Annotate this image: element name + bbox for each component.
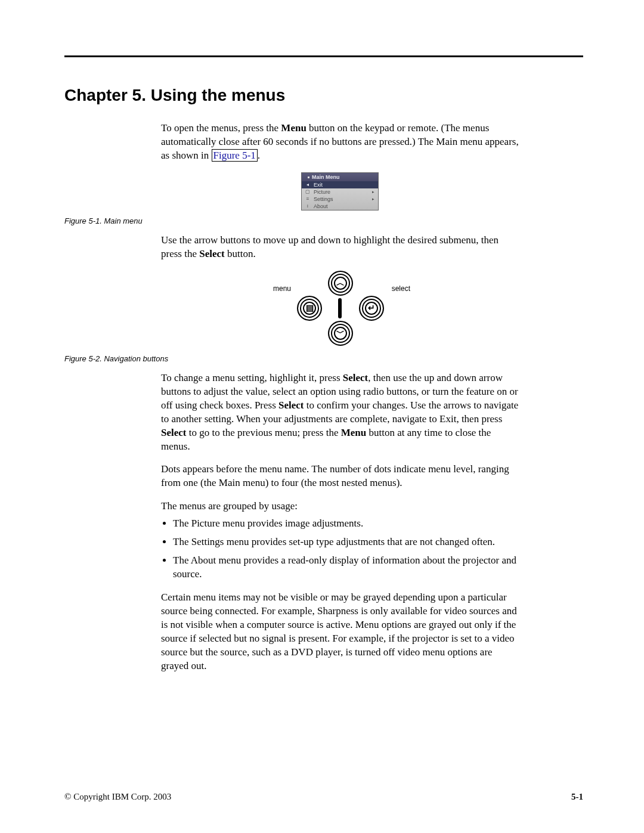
figure-5-2-navigation-buttons: menu select ︿ ▤ ↵ ﹀: [280, 271, 400, 348]
label-menu: menu: [273, 284, 291, 293]
bold-menu: Menu: [341, 427, 367, 438]
up-arrow-button: ︿: [328, 271, 353, 296]
bold-select: Select: [161, 427, 186, 438]
page-number: 5-1: [571, 792, 583, 802]
menu-title: Main Menu: [312, 174, 340, 180]
chevron-down-icon: ﹀: [336, 327, 345, 339]
text: .: [258, 150, 260, 161]
menu-item-picture: ▢ Picture ▸: [302, 188, 378, 196]
text: to go to the previous menu; press the: [186, 427, 340, 438]
menu-item-settings: ≡ Settings ▸: [302, 196, 378, 203]
chevron-up-icon: ︿: [336, 277, 345, 289]
select-button: ↵: [359, 296, 384, 321]
bold-menu: Menu: [281, 122, 306, 134]
paragraph-certain-items: Certain menu items may not be visible or…: [161, 591, 519, 673]
submenu-arrow-icon: ▸: [370, 189, 376, 194]
bold-select: Select: [199, 248, 224, 259]
bold-select: Select: [278, 400, 304, 411]
submenu-arrow-icon: ▸: [370, 196, 376, 202]
menu-icon: ▤: [306, 302, 314, 314]
menu-button: ▤: [297, 296, 322, 321]
list-item: The Settings menu provides set-up type a…: [173, 535, 519, 549]
center-bar-icon: [338, 298, 342, 318]
paragraph-intro: To open the menus, press the Menu button…: [161, 122, 519, 163]
enter-icon: ↵: [368, 302, 375, 314]
figure-5-2-caption: Figure 5-2. Navigation buttons: [64, 354, 583, 363]
exit-icon: ◂: [304, 182, 312, 188]
paragraph-dots: Dots appears before the menu name. The n…: [161, 463, 519, 490]
list-item: The About menu provides a read-only disp…: [173, 554, 519, 581]
paragraph-grouped: The menus are grouped by usage:: [161, 500, 519, 513]
label-select: select: [392, 284, 410, 293]
bold-select: Select: [343, 372, 368, 383]
text: To open the menus, press the: [161, 122, 281, 134]
dot-icon: [308, 176, 309, 178]
chapter-title: Chapter 5. Using the menus: [64, 86, 583, 105]
menu-item-label: About: [312, 203, 370, 210]
top-rule: [64, 55, 583, 57]
menu-item-exit: ◂ Exit: [302, 181, 378, 188]
menu-title-bar: Main Menu: [302, 173, 378, 181]
paragraph-arrows: Use the arrow buttons to move up and dow…: [161, 234, 519, 261]
figure-5-1-link[interactable]: Figure 5-1: [212, 149, 258, 162]
menu-item-about: i About: [302, 203, 378, 210]
settings-icon: ≡: [304, 196, 312, 203]
paragraph-change-setting: To change a menu setting, highlight it, …: [161, 371, 519, 454]
text: To change a menu setting, highlight it, …: [161, 372, 343, 383]
text: button.: [225, 248, 256, 259]
down-arrow-button: ﹀: [328, 321, 353, 346]
menu-item-label: Exit: [312, 181, 370, 188]
copyright: © Copyright IBM Corp. 2003: [64, 792, 171, 802]
figure-5-1-menu-screenshot: Main Menu ◂ Exit ▢ Picture ▸ ≡ Settings …: [301, 172, 379, 210]
about-icon: i: [304, 203, 312, 210]
menu-item-label: Settings: [312, 196, 370, 203]
list-item: The Picture menu provides image adjustme…: [173, 517, 519, 531]
usage-bullets: The Picture menu provides image adjustme…: [161, 517, 519, 581]
menu-item-label: Picture: [312, 188, 370, 196]
picture-icon: ▢: [304, 189, 312, 196]
figure-5-1-caption: Figure 5-1. Main menu: [64, 216, 583, 225]
